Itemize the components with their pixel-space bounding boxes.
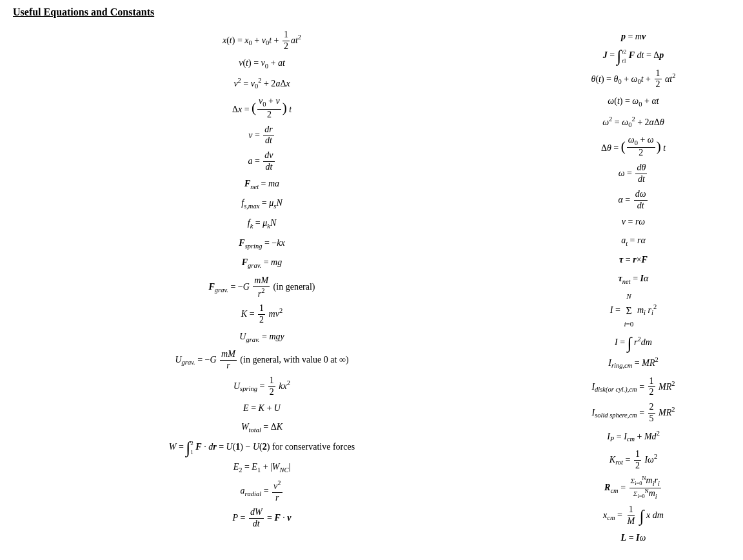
eq-grav-simple: Fgrav. = mg (13, 255, 511, 272)
eq-torque: τ = r×F (537, 253, 730, 267)
eq-at-ralpha: at = rα (537, 234, 730, 250)
eq-torque-net: τnet = Iα (537, 272, 730, 288)
eq-angular-velocity: ω(t) = ω0 + αt (537, 94, 730, 110)
eq-uspring: Uspring = 12 kx2 (13, 375, 511, 398)
eq-angular-momentum: L = Iω (537, 531, 730, 545)
right-column: p = mv J = ∫ t2 t1 F dt = Δp θ(t) = θ0 +… (524, 26, 730, 549)
eq-power: P = dW dt = F · v (13, 507, 511, 530)
eq-rotational-ke: Krot = 12 Iω2 (537, 449, 730, 472)
eq-position: x(t) = x0 + v0t + 12at2 (13, 30, 511, 52)
eq-kinetic-friction: fk = μkN (13, 216, 511, 232)
eq-displacement: Δx = ( v0 + v 2 ) t (13, 96, 511, 120)
eq-ugrav-general: Ugrav. = −G mM r (in general, with value… (13, 349, 511, 372)
eq-velocity-sq: v2 = v02 + 2aΔx (13, 75, 511, 92)
page-title: Useful Equations and Constants (13, 6, 154, 18)
eq-center-mass-x: xcm = 1 M ∫ x dm (537, 505, 730, 527)
eq-inertia-ring: Iring,cm = MR2 (537, 355, 730, 372)
eq-v-romega: v = rω (537, 215, 730, 229)
eq-velocity: v(t) = v0 + at (13, 56, 511, 72)
eq-ugrav-simple: Ugrav. = mgy (13, 330, 511, 346)
eq-center-mass-r: Rcm = Σi=0Nmiri Σi=0Nmi (537, 475, 730, 501)
eq-total-energy: E = K + U (13, 401, 511, 415)
eq-alpha-domega-dt: α = dω dt (537, 189, 730, 212)
eq-static-friction: fs,max = μsN (13, 196, 511, 212)
eq-kinetic-energy: K = 12 mv2 (13, 303, 511, 326)
left-column: x(t) = x0 + v0t + 12at2 v(t) = v0 + at v… (13, 26, 524, 549)
eq-work-total: Wtotal = ΔK (13, 420, 511, 436)
eq-inertia-disk: Idisk(or cyl.),cm = 12 MR2 (537, 376, 730, 399)
eq-impulse: J = ∫ t2 t1 F dt = Δp (537, 48, 730, 64)
eq-work-conservative: W = ∫ 2 1 F · dr = U(1) − U(2) for conse… (13, 439, 511, 455)
eq-fnet: Fnet = ma (13, 177, 511, 193)
eq-inertia-sphere: Isolid sphere,cm = 25 MR2 (537, 402, 730, 425)
eq-parallel-axis: IP = Icm + Md2 (537, 428, 730, 445)
eq-radial-accel: aradial = v2 r (13, 479, 511, 503)
eq-momentum: p = mv (537, 30, 730, 44)
content-wrapper: x(t) = x0 + v0t + 12at2 v(t) = v0 + at v… (13, 26, 730, 549)
eq-grav-general: Fgrav. = −G mM r2 (in general) (13, 275, 511, 299)
eq-energy-nonconservative: E2 = E1 + |WNC| (13, 460, 511, 476)
eq-angular-displacement: Δθ = ( ω0 + ω 2 ) t (537, 135, 730, 159)
eq-moment-integral: I = ∫ r2dm (537, 334, 730, 351)
eq-v-dr-dt: v = dr dt (13, 125, 511, 147)
eq-spring: Fspring = −kx (13, 236, 511, 252)
eq-angular-position: θ(t) = θ0 + ω0t + 12 αt2 (537, 68, 730, 91)
eq-omega-dtheta-dt: ω = dθ dt (537, 163, 730, 185)
eq-angular-vel-sq: ω2 = ω02 + 2αΔθ (537, 114, 730, 131)
eq-moment-sum: I = N Σ i=0 mi ri2 (537, 291, 730, 330)
eq-a-dv-dt: a = dv dt (13, 150, 511, 173)
